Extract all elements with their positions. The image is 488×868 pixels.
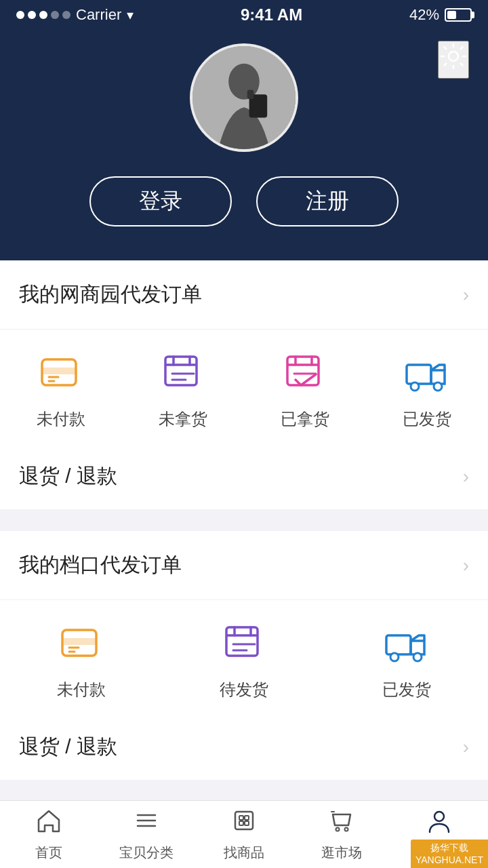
battery-percent: 42%: [409, 6, 439, 24]
svg-rect-41: [245, 816, 249, 820]
svg-point-22: [434, 382, 442, 391]
nav-home[interactable]: 首页: [0, 801, 98, 868]
shipped2-order-item[interactable]: 已发货: [325, 620, 488, 701]
refund-text2: 退货 / 退款: [19, 733, 117, 761]
svg-point-44: [336, 827, 340, 831]
status-time: 9:41 AM: [241, 5, 302, 24]
my-orders-title: 我的网商园代发订单: [19, 281, 202, 309]
svg-rect-15: [287, 357, 319, 385]
my-orders-chevron: ›: [463, 284, 469, 306]
store-orders-title: 我的档口代发订单: [19, 551, 182, 579]
picked-label: 已拿货: [281, 408, 329, 430]
shipped2-label: 已发货: [382, 679, 431, 701]
section-divider1: [0, 521, 488, 531]
svg-point-35: [413, 653, 422, 661]
find-icon: [231, 808, 257, 840]
shipped1-label: 已发货: [403, 408, 451, 430]
nav-home-label: 首页: [35, 844, 62, 862]
nav-market[interactable]: 逛市场: [293, 801, 390, 868]
wifi-icon: ▾: [127, 7, 134, 23]
unpicked-order-item[interactable]: 未拿货: [122, 350, 244, 430]
me-icon: [426, 808, 452, 840]
settings-button[interactable]: [438, 41, 469, 79]
bottom-nav: 首页 宝贝分类 找商品: [0, 800, 488, 868]
nav-find[interactable]: 找商品: [195, 801, 293, 868]
unpaid-label: 未付款: [37, 408, 85, 430]
my-orders-section: 我的网商园代发订单 › 未付款: [0, 260, 488, 509]
unpaid-order-item[interactable]: 未付款: [0, 350, 122, 430]
carrier-text: Carrier: [76, 6, 121, 24]
refund-row2[interactable]: 退货 / 退款 ›: [0, 714, 488, 780]
battery-icon: [445, 8, 472, 22]
svg-point-45: [345, 827, 348, 831]
svg-point-47: [434, 812, 444, 821]
svg-rect-42: [239, 821, 243, 825]
svg-rect-6: [42, 368, 76, 374]
svg-rect-39: [235, 812, 253, 829]
svg-rect-4: [247, 90, 254, 99]
dot1: [16, 11, 24, 19]
status-right: 42%: [409, 6, 472, 24]
svg-point-21: [411, 382, 419, 391]
svg-rect-33: [386, 635, 411, 654]
register-button[interactable]: 注册: [256, 176, 399, 226]
svg-rect-27: [226, 627, 258, 656]
pending-order-item[interactable]: 待发货: [163, 620, 325, 701]
unpaid2-order-item[interactable]: 未付款: [0, 620, 163, 701]
svg-rect-24: [62, 638, 96, 645]
svg-point-34: [390, 653, 399, 661]
nav-category[interactable]: 宝贝分类: [98, 801, 195, 868]
main-content: 我的网商园代发订单 › 未付款: [0, 260, 488, 867]
home-icon: [36, 808, 62, 840]
nav-market-label: 逛市场: [321, 844, 362, 862]
avatar: [190, 43, 298, 152]
auth-buttons: 登录 注册: [89, 176, 399, 226]
status-bar: Carrier ▾ 9:41 AM 42%: [0, 0, 488, 30]
store-orders-chevron: ›: [463, 555, 469, 576]
svg-point-0: [449, 52, 458, 61]
my-orders-header[interactable]: 我的网商园代发订单 ›: [0, 260, 488, 330]
svg-rect-9: [165, 357, 197, 385]
signal-dots: [16, 11, 70, 19]
unpaid2-label: 未付款: [57, 679, 106, 701]
svg-rect-20: [407, 365, 431, 384]
my-orders-grid: 未付款 未拿货: [0, 330, 488, 443]
svg-rect-43: [245, 821, 249, 825]
store-orders-section: 我的档口代发订单 › 未付款: [0, 531, 488, 780]
svg-rect-40: [239, 816, 243, 820]
unpicked-label: 未拿货: [159, 408, 207, 430]
dot4: [51, 11, 59, 19]
store-orders-header[interactable]: 我的档口代发订单 ›: [0, 531, 488, 600]
pending-label: 待发货: [220, 679, 268, 701]
refund-chevron2: ›: [463, 736, 469, 758]
store-orders-grid: 未付款 待发货: [0, 600, 488, 714]
picked-order-item[interactable]: 已拿货: [244, 350, 366, 430]
dot3: [39, 11, 47, 19]
category-icon: [134, 808, 159, 840]
refund-row1[interactable]: 退货 / 退款 ›: [0, 443, 488, 509]
dot5: [62, 11, 70, 19]
login-button[interactable]: 登录: [89, 176, 232, 226]
shipped1-order-item[interactable]: 已发货: [366, 350, 488, 430]
watermark-badge: 扬华下载 YANGHUA.NET: [411, 840, 488, 868]
avatar-image: [192, 46, 296, 149]
nav-category-label: 宝贝分类: [119, 844, 174, 862]
dot2: [28, 11, 36, 19]
nav-me[interactable]: 我 扬华下载 YANGHUA.NET: [390, 801, 488, 868]
status-left: Carrier ▾: [16, 6, 134, 24]
refund-text1: 退货 / 退款: [19, 462, 117, 490]
svg-point-2: [228, 64, 260, 100]
market-icon: [329, 808, 354, 840]
refund-chevron1: ›: [463, 466, 469, 488]
nav-find-label: 找商品: [224, 844, 264, 862]
profile-section: 登录 注册: [0, 30, 488, 260]
